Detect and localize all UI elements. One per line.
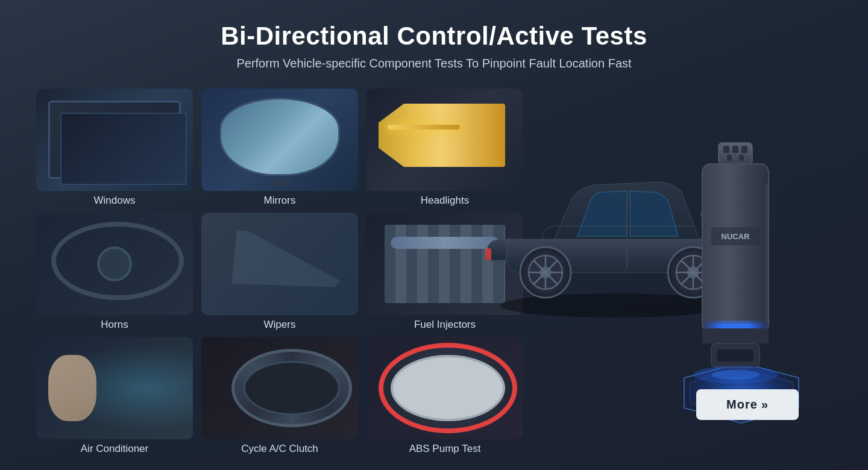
mirrors-image [201,89,358,191]
mirrors-label: Mirrors [264,195,296,207]
clutch-image [201,337,358,439]
clutch-label: Cycle A/C Clutch [241,443,318,455]
abs-label: ABS Pump Test [409,443,481,455]
feature-grid: Windows Mirrors Headlights Horns Wipers [36,89,523,455]
windows-image [36,89,193,191]
grid-item-mirrors[interactable]: Mirrors [201,89,358,207]
grid-item-wipers[interactable]: Wipers [201,213,358,331]
grid-item-abs[interactable]: ABS Pump Test [366,337,523,455]
wipers-image [201,213,358,315]
more-button[interactable]: More » [696,389,799,420]
svg-rect-36 [717,349,753,362]
horns-image [36,213,193,315]
svg-rect-3 [485,248,491,260]
svg-rect-34 [702,328,769,343]
right-section: NUCAR More » [529,89,832,438]
horns-label: Horns [101,319,128,331]
grid-item-windows[interactable]: Windows [36,89,193,207]
page-title: Bi-Directional Control/Active Tests [0,22,868,51]
page-subtitle: Perform Vehicle-specific Component Tests… [0,57,868,70]
page-wrapper: Bi-Directional Control/Active Tests Perf… [0,0,868,470]
wipers-label: Wipers [264,319,296,331]
headlights-label: Headlights [421,195,469,207]
ac-label: Air Conditioner [81,443,148,455]
header: Bi-Directional Control/Active Tests Perf… [0,0,868,77]
device-visual: NUCAR [675,137,796,390]
ac-image [36,337,193,439]
grid-item-horns[interactable]: Horns [36,213,193,331]
more-label: More [726,398,758,412]
svg-text:NUCAR: NUCAR [722,232,750,241]
svg-rect-22 [723,146,729,153]
more-arrow: » [761,398,769,412]
svg-rect-33 [702,321,769,329]
svg-rect-24 [741,146,747,153]
svg-rect-25 [727,155,732,161]
svg-rect-23 [732,146,738,153]
content-area: Windows Mirrors Headlights Horns Wipers [0,77,868,455]
grid-item-clutch[interactable]: Cycle A/C Clutch [201,337,358,455]
svg-rect-27 [702,164,769,333]
abs-image [366,337,523,439]
windows-label: Windows [94,195,136,207]
fuel-label: Fuel Injectors [414,319,476,331]
grid-item-ac[interactable]: Air Conditioner [36,337,193,455]
svg-rect-26 [739,155,744,161]
